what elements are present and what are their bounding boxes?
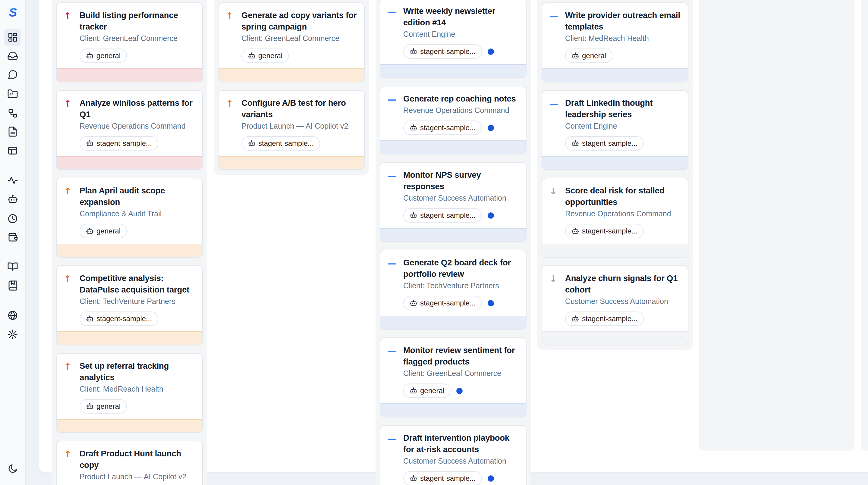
agent-tag-chip[interactable]: stagent-sample... [403, 296, 482, 310]
card-body: ↑ Analyze win/loss patterns for Q1 Reven… [57, 91, 202, 156]
card-main: Draft Product Hunt launch copy Product L… [80, 448, 195, 485]
theme-toggle[interactable] [4, 460, 22, 478]
task-card[interactable]: ↑ Draft Product Hunt launch copy Product… [56, 441, 203, 485]
priority-icon: ↑ [64, 186, 74, 238]
bot-icon [86, 52, 94, 60]
task-card[interactable]: ↑ Competitive analysis: DataPulse acquis… [56, 265, 203, 345]
task-card[interactable]: ↓ Score deal risk for stalled opportunit… [541, 178, 688, 258]
agent-tag-label: general [96, 227, 121, 235]
agent-tag-chip[interactable]: stagent-sample... [565, 136, 644, 151]
agent-tag-chip[interactable]: stagent-sample... [403, 121, 482, 135]
sidebar-item-board[interactable] [4, 142, 22, 159]
task-card[interactable]: ↑ Generate ad copy variants for spring c… [218, 2, 365, 82]
card-body: — Draft LinkedIn thought leadership seri… [542, 91, 688, 156]
sidebar-item-inbox[interactable] [4, 47, 22, 65]
svg-text:S: S [9, 6, 17, 19]
task-card[interactable]: — Generate Q2 board deck for portfolio r… [380, 250, 527, 329]
bot-icon [248, 52, 255, 60]
card-title: Plan April audit scope expansion [80, 185, 195, 208]
card-body: — Generate rep coaching notes Revenue Op… [380, 87, 526, 140]
sidebar-item-agents[interactable] [4, 190, 22, 208]
task-card[interactable]: — Monitor NPS survey responses Customer … [380, 162, 527, 242]
task-card[interactable]: — Draft intervention playbook for at-ris… [380, 425, 527, 485]
priority-icon: ↑ [226, 98, 236, 151]
task-card[interactable]: ↑ Plan April audit scope expansion Compl… [56, 178, 203, 258]
agent-tag-chip[interactable]: stagent-sample... [80, 312, 158, 326]
table-icon [7, 145, 18, 156]
card-title: Analyze win/loss patterns for Q1 [80, 97, 195, 120]
card-subtitle: Client: GreenLeaf Commerce [403, 368, 519, 378]
board-column: — Write provider outreach email template… [537, 0, 692, 350]
chat-bubble-icon [7, 69, 18, 80]
chip-row: stagent-sample... [565, 224, 681, 238]
priority-icon: ↑ [64, 98, 74, 151]
card-main: Generate ad copy variants for spring cam… [241, 10, 357, 63]
nodes-icon [7, 107, 18, 119]
agent-tag-chip[interactable]: general [80, 399, 127, 414]
bot-icon [410, 212, 417, 219]
card-main: Set up referral tracking analytics Clien… [80, 360, 195, 414]
task-card[interactable]: — Write provider outreach email template… [541, 2, 688, 82]
card-subtitle: Revenue Operations Command [565, 209, 681, 219]
sidebar-item-library[interactable] [4, 258, 22, 275]
agent-tag-chip[interactable]: general [80, 224, 127, 238]
task-card[interactable]: — Draft LinkedIn thought leadership seri… [541, 90, 688, 170]
card-subtitle: Client: TechVenture Partners [403, 281, 519, 291]
card-accent-strip [57, 331, 202, 345]
task-card[interactable]: — Generate rep coaching notes Revenue Op… [380, 86, 527, 154]
agent-tag-chip[interactable]: general [80, 48, 127, 63]
sidebar-item-workflows[interactable] [4, 104, 22, 122]
card-title: Competitive analysis: DataPulse acquisit… [80, 272, 195, 295]
bot-icon [248, 139, 255, 147]
card-title: Monitor NPS survey responses [403, 169, 519, 192]
sidebar-item-projects[interactable] [4, 85, 22, 103]
inbox-icon [7, 51, 18, 61]
sidebar-item-documents[interactable] [4, 123, 22, 140]
globe-icon [7, 310, 18, 321]
task-card[interactable]: ↑ Analyze win/loss patterns for Q1 Reven… [56, 90, 203, 170]
agent-tag-chip[interactable]: stagent-sample... [565, 312, 644, 326]
card-title: Generate ad copy variants for spring cam… [241, 10, 357, 33]
agent-tag-chip[interactable]: general [241, 48, 289, 63]
chip-row: stagent-sample... [565, 312, 681, 326]
sidebar-item-activity[interactable] [4, 172, 22, 189]
column-card-list: ↑ Generate ad copy variants for spring c… [218, 2, 365, 170]
app-logo[interactable]: S [4, 4, 22, 22]
sidebar-item-messages[interactable] [4, 66, 22, 84]
bot-icon [86, 139, 94, 147]
sidebar-item-billing[interactable] [4, 229, 22, 246]
task-card[interactable]: ↓ Analyze churn signals for Q1 cohort Cu… [541, 265, 688, 345]
agent-tag-label: stagent-sample... [582, 315, 638, 323]
sidebar-item-settings[interactable] [4, 326, 22, 343]
card-accent-strip [380, 64, 526, 77]
sidebar-item-web[interactable] [4, 307, 22, 324]
bot-icon [571, 227, 579, 235]
agent-tag-label: stagent-sample... [582, 227, 638, 235]
sidebar-item-schedule[interactable] [4, 210, 22, 227]
column-card-list: — Write provider outreach email template… [541, 2, 688, 345]
sidebar-item-dashboard[interactable] [4, 29, 22, 46]
card-title: Generate Q2 board deck for portfolio rev… [403, 257, 519, 280]
agent-tag-chip[interactable]: stagent-sample... [565, 224, 644, 238]
task-card[interactable]: — Write weekly newsletter edition #14 Co… [380, 0, 527, 78]
agent-tag-chip[interactable]: stagent-sample... [403, 208, 482, 223]
card-title: Monitor review sentiment for flagged pro… [403, 345, 519, 367]
task-card[interactable]: ↑ Build listing performance tracker Clie… [56, 2, 203, 82]
task-card[interactable]: ↑ Set up referral tracking analytics Cli… [56, 353, 203, 433]
task-card[interactable]: ↑ Configure A/B test for hero variants P… [218, 90, 365, 170]
agent-tag-label: stagent-sample... [258, 139, 314, 148]
agent-tag-chip[interactable]: general [403, 384, 451, 398]
book-open-icon [7, 261, 18, 272]
bot-icon [86, 402, 94, 410]
card-main: Score deal risk for stalled opportunitie… [565, 185, 681, 238]
agent-tag-chip[interactable]: stagent-sample... [80, 136, 158, 151]
priority-icon: — [388, 258, 398, 310]
card-title: Score deal risk for stalled opportunitie… [565, 185, 681, 208]
task-card[interactable]: — Monitor review sentiment for flagged p… [380, 337, 527, 417]
agent-tag-chip[interactable]: stagent-sample... [241, 136, 320, 151]
agent-tag-chip[interactable]: stagent-sample... [403, 471, 482, 485]
sidebar-item-notebook[interactable] [4, 277, 22, 294]
card-accent-strip [542, 156, 688, 169]
agent-tag-chip[interactable]: general [565, 48, 613, 63]
agent-tag-chip[interactable]: stagent-sample... [403, 44, 482, 59]
